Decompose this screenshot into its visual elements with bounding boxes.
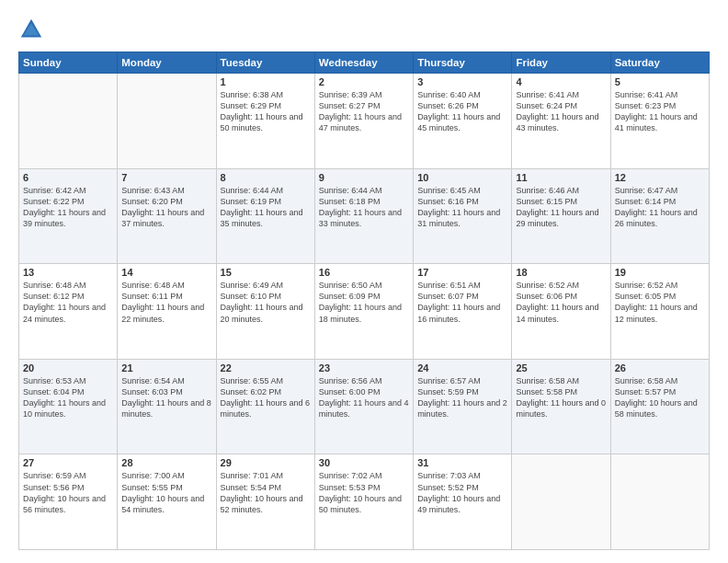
day-info: Sunrise: 6:44 AM Sunset: 6:19 PM Dayligh… <box>221 185 311 230</box>
calendar-cell: 1Sunrise: 6:38 AM Sunset: 6:29 PM Daylig… <box>216 74 314 169</box>
calendar-cell: 21Sunrise: 6:54 AM Sunset: 6:03 PM Dayli… <box>118 359 216 454</box>
day-number: 8 <box>221 172 311 183</box>
calendar-cell <box>118 74 216 169</box>
calendar-cell: 19Sunrise: 6:52 AM Sunset: 6:05 PM Dayli… <box>610 264 709 360</box>
day-number: 11 <box>516 172 606 183</box>
header-thursday: Thursday <box>414 52 512 74</box>
header-tuesday: Tuesday <box>216 52 314 74</box>
header-monday: Monday <box>118 52 216 74</box>
week-row-3: 13Sunrise: 6:48 AM Sunset: 6:12 PM Dayli… <box>19 264 710 360</box>
calendar-cell: 3Sunrise: 6:40 AM Sunset: 6:26 PM Daylig… <box>414 74 512 169</box>
day-number: 22 <box>221 362 311 373</box>
day-info: Sunrise: 6:48 AM Sunset: 6:12 PM Dayligh… <box>23 280 113 325</box>
calendar-cell: 6Sunrise: 6:42 AM Sunset: 6:22 PM Daylig… <box>19 168 118 264</box>
day-info: Sunrise: 6:41 AM Sunset: 6:23 PM Dayligh… <box>615 89 705 134</box>
calendar-cell: 20Sunrise: 6:53 AM Sunset: 6:04 PM Dayli… <box>19 359 118 454</box>
day-info: Sunrise: 7:00 AM Sunset: 5:55 PM Dayligh… <box>121 470 211 515</box>
day-number: 25 <box>516 362 606 373</box>
day-number: 23 <box>319 362 409 373</box>
calendar-cell: 29Sunrise: 7:01 AM Sunset: 5:54 PM Dayli… <box>216 454 314 550</box>
day-number: 17 <box>417 267 507 278</box>
day-info: Sunrise: 6:40 AM Sunset: 6:26 PM Dayligh… <box>417 89 507 134</box>
day-info: Sunrise: 6:41 AM Sunset: 6:24 PM Dayligh… <box>516 89 606 134</box>
calendar-cell <box>19 74 118 169</box>
calendar-cell: 28Sunrise: 7:00 AM Sunset: 5:55 PM Dayli… <box>118 454 216 550</box>
week-row-5: 27Sunrise: 6:59 AM Sunset: 5:56 PM Dayli… <box>19 454 710 550</box>
day-info: Sunrise: 6:57 AM Sunset: 5:59 PM Dayligh… <box>417 375 507 420</box>
day-number: 16 <box>319 267 409 278</box>
day-number: 20 <box>23 362 113 373</box>
calendar-cell: 17Sunrise: 6:51 AM Sunset: 6:07 PM Dayli… <box>414 264 512 360</box>
day-info: Sunrise: 6:52 AM Sunset: 6:06 PM Dayligh… <box>516 280 606 325</box>
day-info: Sunrise: 6:58 AM Sunset: 5:58 PM Dayligh… <box>516 375 606 420</box>
day-info: Sunrise: 6:54 AM Sunset: 6:03 PM Dayligh… <box>121 375 211 420</box>
calendar-cell: 15Sunrise: 6:49 AM Sunset: 6:10 PM Dayli… <box>216 264 314 360</box>
day-info: Sunrise: 6:56 AM Sunset: 6:00 PM Dayligh… <box>319 375 409 420</box>
logo-icon <box>18 17 44 42</box>
day-info: Sunrise: 6:42 AM Sunset: 6:22 PM Dayligh… <box>23 185 113 230</box>
calendar-cell: 4Sunrise: 6:41 AM Sunset: 6:24 PM Daylig… <box>512 74 610 169</box>
week-row-1: 1Sunrise: 6:38 AM Sunset: 6:29 PM Daylig… <box>19 74 710 169</box>
logo <box>18 17 48 42</box>
day-number: 10 <box>417 172 507 183</box>
calendar-cell: 14Sunrise: 6:48 AM Sunset: 6:11 PM Dayli… <box>118 264 216 360</box>
day-number: 18 <box>516 267 606 278</box>
day-info: Sunrise: 6:44 AM Sunset: 6:18 PM Dayligh… <box>319 185 409 230</box>
day-info: Sunrise: 6:46 AM Sunset: 6:15 PM Dayligh… <box>516 185 606 230</box>
day-number: 27 <box>23 457 113 468</box>
header-sunday: Sunday <box>19 52 118 74</box>
day-info: Sunrise: 6:48 AM Sunset: 6:11 PM Dayligh… <box>121 280 211 325</box>
calendar-cell: 30Sunrise: 7:02 AM Sunset: 5:53 PM Dayli… <box>314 454 413 550</box>
day-info: Sunrise: 7:01 AM Sunset: 5:54 PM Dayligh… <box>221 470 311 515</box>
calendar-cell: 31Sunrise: 7:03 AM Sunset: 5:52 PM Dayli… <box>414 454 512 550</box>
calendar-cell <box>512 454 610 550</box>
day-number: 6 <box>23 172 113 183</box>
day-number: 1 <box>221 76 311 87</box>
day-number: 21 <box>121 362 211 373</box>
calendar-cell: 11Sunrise: 6:46 AM Sunset: 6:15 PM Dayli… <box>512 168 610 264</box>
day-number: 15 <box>221 267 311 278</box>
calendar-cell <box>610 454 709 550</box>
day-number: 19 <box>615 267 705 278</box>
calendar-cell: 25Sunrise: 6:58 AM Sunset: 5:58 PM Dayli… <box>512 359 610 454</box>
calendar-cell: 12Sunrise: 6:47 AM Sunset: 6:14 PM Dayli… <box>610 168 709 264</box>
calendar-cell: 7Sunrise: 6:43 AM Sunset: 6:20 PM Daylig… <box>118 168 216 264</box>
day-info: Sunrise: 6:45 AM Sunset: 6:16 PM Dayligh… <box>417 185 507 230</box>
day-info: Sunrise: 6:49 AM Sunset: 6:10 PM Dayligh… <box>221 280 311 325</box>
day-info: Sunrise: 6:39 AM Sunset: 6:27 PM Dayligh… <box>319 89 409 134</box>
calendar-cell: 18Sunrise: 6:52 AM Sunset: 6:06 PM Dayli… <box>512 264 610 360</box>
day-number: 5 <box>615 76 705 87</box>
calendar-cell: 16Sunrise: 6:50 AM Sunset: 6:09 PM Dayli… <box>314 264 413 360</box>
calendar-cell: 24Sunrise: 6:57 AM Sunset: 5:59 PM Dayli… <box>414 359 512 454</box>
day-number: 24 <box>417 362 507 373</box>
calendar-cell: 23Sunrise: 6:56 AM Sunset: 6:00 PM Dayli… <box>314 359 413 454</box>
day-info: Sunrise: 7:02 AM Sunset: 5:53 PM Dayligh… <box>319 470 409 515</box>
day-info: Sunrise: 6:58 AM Sunset: 5:57 PM Dayligh… <box>615 375 705 420</box>
day-number: 13 <box>23 267 113 278</box>
day-info: Sunrise: 6:43 AM Sunset: 6:20 PM Dayligh… <box>121 185 211 230</box>
calendar-cell: 13Sunrise: 6:48 AM Sunset: 6:12 PM Dayli… <box>19 264 118 360</box>
header <box>18 17 710 42</box>
calendar-cell: 10Sunrise: 6:45 AM Sunset: 6:16 PM Dayli… <box>414 168 512 264</box>
header-row: SundayMondayTuesdayWednesdayThursdayFrid… <box>19 52 710 74</box>
day-number: 2 <box>319 76 409 87</box>
day-info: Sunrise: 6:51 AM Sunset: 6:07 PM Dayligh… <box>417 280 507 325</box>
page: SundayMondayTuesdayWednesdayThursdayFrid… <box>0 0 728 563</box>
calendar-table: SundayMondayTuesdayWednesdayThursdayFrid… <box>18 52 710 550</box>
day-number: 31 <box>417 457 507 468</box>
day-number: 7 <box>121 172 211 183</box>
day-info: Sunrise: 6:59 AM Sunset: 5:56 PM Dayligh… <box>23 470 113 515</box>
day-number: 26 <box>615 362 705 373</box>
calendar-cell: 26Sunrise: 6:58 AM Sunset: 5:57 PM Dayli… <box>610 359 709 454</box>
header-wednesday: Wednesday <box>314 52 413 74</box>
day-info: Sunrise: 6:53 AM Sunset: 6:04 PM Dayligh… <box>23 375 113 420</box>
header-friday: Friday <box>512 52 610 74</box>
calendar-cell: 22Sunrise: 6:55 AM Sunset: 6:02 PM Dayli… <box>216 359 314 454</box>
calendar-cell: 2Sunrise: 6:39 AM Sunset: 6:27 PM Daylig… <box>314 74 413 169</box>
day-number: 3 <box>417 76 507 87</box>
day-info: Sunrise: 6:55 AM Sunset: 6:02 PM Dayligh… <box>221 375 311 420</box>
day-info: Sunrise: 7:03 AM Sunset: 5:52 PM Dayligh… <box>417 470 507 515</box>
day-info: Sunrise: 6:38 AM Sunset: 6:29 PM Dayligh… <box>221 89 311 134</box>
week-row-4: 20Sunrise: 6:53 AM Sunset: 6:04 PM Dayli… <box>19 359 710 454</box>
calendar-cell: 5Sunrise: 6:41 AM Sunset: 6:23 PM Daylig… <box>610 74 709 169</box>
